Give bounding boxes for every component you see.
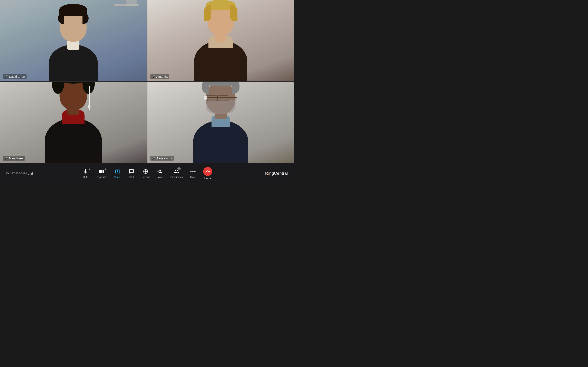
toolbar-controls: ▲ Mute ▲ Stop video Share — [79, 166, 215, 181]
stop-video-chevron: ▲ — [104, 168, 106, 170]
svg-point-6 — [194, 171, 195, 172]
participant-name-david: 🎤 David Chun — [3, 74, 26, 79]
leave-button[interactable]: Leave — [201, 166, 215, 181]
mic-icon-mari: 🎤 — [4, 157, 8, 160]
participants-label: Participants — [170, 176, 183, 179]
mute-chevron: ▲ — [88, 168, 90, 170]
invite-icon — [156, 168, 163, 175]
toolbar: ID: 237-956-0884 ▲ Mute — [0, 163, 294, 184]
more-icon — [190, 168, 196, 175]
signal-bar-2 — [30, 173, 30, 175]
chat-label: Chat — [129, 176, 134, 179]
record-icon — [142, 168, 149, 175]
video-tile-amanda: 🎤 Amanda — [147, 0, 294, 81]
signal-bar-4 — [32, 172, 33, 175]
participant-name-sanaa: 🎤 Sanaa Amir — [150, 156, 174, 161]
more-label: More — [190, 176, 196, 179]
mute-button[interactable]: ▲ Mute — [79, 167, 92, 180]
mic-icon-david: 🎤 — [4, 75, 8, 78]
video-grid: 🎤 David Chun 🎤 Amanda — [0, 0, 294, 163]
svg-point-5 — [192, 171, 193, 172]
signal-indicator — [28, 172, 33, 175]
stop-video-label: Stop video — [96, 176, 107, 179]
svg-rect-0 — [99, 170, 103, 173]
stop-video-icon: ▲ — [98, 168, 105, 175]
signal-bar-1 — [28, 174, 29, 175]
meeting-id-text: ID: 237-956-0884 — [6, 172, 27, 175]
participant-name-amanda: 🎤 Amanda — [150, 74, 169, 79]
participant-count: 5 — [177, 167, 181, 170]
participant-name-mari: 🎤 Mari Mirek — [3, 156, 25, 161]
participants-icon: 5 — [173, 168, 180, 175]
svg-point-4 — [190, 171, 191, 172]
video-tile-sanaa: 🎤 Sanaa Amir — [147, 82, 294, 163]
record-button[interactable]: Record — [139, 167, 152, 180]
video-tile-mari: 🎤 Mari Mirek — [0, 82, 147, 163]
participants-button[interactable]: 5 Participants — [167, 167, 185, 180]
share-icon — [114, 168, 121, 175]
leave-icon — [203, 167, 212, 176]
chat-button[interactable]: Chat — [125, 167, 138, 180]
signal-bar-3 — [31, 173, 32, 175]
brand-area: RingCentral — [255, 171, 288, 176]
svg-point-3 — [145, 170, 147, 173]
chat-icon — [128, 168, 135, 175]
meeting-info: ID: 237-956-0884 — [6, 172, 39, 175]
mic-icon-sanaa: 🎤 — [152, 157, 155, 160]
record-label: Record — [142, 176, 150, 179]
brand-name: RingCentral — [265, 171, 288, 176]
svg-marker-1 — [103, 170, 104, 173]
more-button[interactable]: More — [187, 167, 199, 180]
video-tile-david: 🎤 David Chun — [0, 0, 147, 81]
mute-icon: ▲ — [82, 168, 89, 175]
stop-video-button[interactable]: ▲ Stop video — [93, 167, 110, 180]
mute-label: Mute — [83, 176, 88, 179]
leave-label: Leave — [204, 177, 211, 180]
share-button[interactable]: Share — [112, 167, 124, 180]
share-label: Share — [114, 176, 121, 179]
invite-label: Invite — [157, 176, 163, 179]
mic-icon-amanda: 🎤 — [152, 75, 155, 78]
invite-button[interactable]: Invite — [154, 167, 166, 180]
